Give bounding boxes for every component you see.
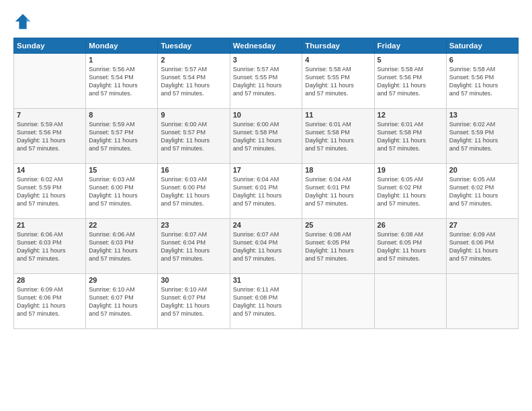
calendar-cell: 18Sunrise: 6:04 AMSunset: 6:01 PMDayligh… (302, 164, 374, 219)
day-number: 17 (233, 166, 300, 174)
day-info: Sunrise: 6:02 AMSunset: 5:59 PMDaylight:… (17, 175, 83, 208)
day-info: Sunrise: 5:59 AMSunset: 5:57 PMDaylight:… (89, 120, 154, 153)
day-number: 28 (17, 276, 83, 284)
day-info: Sunrise: 6:04 AMSunset: 6:01 PMDaylight:… (305, 175, 371, 208)
day-info: Sunrise: 6:06 AMSunset: 6:03 PMDaylight:… (17, 230, 83, 263)
day-number: 13 (449, 111, 515, 119)
calendar-cell: 31Sunrise: 6:11 AMSunset: 6:08 PMDayligh… (230, 274, 302, 329)
calendar-cell: 10Sunrise: 6:00 AMSunset: 5:58 PMDayligh… (230, 109, 302, 164)
day-number: 11 (305, 111, 371, 119)
calendar-cell (14, 54, 86, 109)
day-info: Sunrise: 6:00 AMSunset: 5:58 PMDaylight:… (233, 120, 300, 153)
day-info: Sunrise: 5:57 AMSunset: 5:54 PMDaylight:… (161, 65, 226, 98)
day-number: 4 (305, 56, 371, 64)
week-row-4: 21Sunrise: 6:06 AMSunset: 6:03 PMDayligh… (14, 219, 519, 274)
day-info: Sunrise: 6:09 AMSunset: 6:06 PMDaylight:… (449, 230, 515, 263)
day-info: Sunrise: 6:04 AMSunset: 6:01 PMDaylight:… (233, 175, 300, 208)
day-number: 26 (378, 221, 443, 229)
day-number: 22 (89, 221, 154, 229)
calendar-cell: 25Sunrise: 6:08 AMSunset: 6:05 PMDayligh… (302, 219, 374, 274)
day-number: 19 (378, 166, 443, 174)
week-row-3: 14Sunrise: 6:02 AMSunset: 5:59 PMDayligh… (14, 164, 519, 219)
day-number: 25 (305, 221, 371, 229)
header (13, 12, 519, 31)
day-number: 8 (89, 111, 154, 119)
calendar-cell: 6Sunrise: 5:58 AMSunset: 5:56 PMDaylight… (446, 54, 518, 109)
day-number: 3 (233, 56, 300, 64)
calendar-cell: 5Sunrise: 5:58 AMSunset: 5:56 PMDaylight… (374, 54, 446, 109)
weekday-header-saturday: Saturday (446, 38, 518, 54)
day-info: Sunrise: 5:56 AMSunset: 5:54 PMDaylight:… (89, 65, 154, 98)
calendar-cell: 9Sunrise: 6:00 AMSunset: 5:57 PMDaylight… (158, 109, 230, 164)
day-number: 14 (17, 166, 83, 174)
day-number: 7 (17, 111, 83, 119)
calendar-cell: 13Sunrise: 6:02 AMSunset: 5:59 PMDayligh… (446, 109, 518, 164)
day-number: 21 (17, 221, 83, 229)
calendar-cell: 22Sunrise: 6:06 AMSunset: 6:03 PMDayligh… (86, 219, 158, 274)
calendar-cell: 26Sunrise: 6:08 AMSunset: 6:05 PMDayligh… (374, 219, 446, 274)
calendar-cell: 7Sunrise: 5:59 AMSunset: 5:56 PMDaylight… (14, 109, 86, 164)
calendar-cell: 15Sunrise: 6:03 AMSunset: 6:00 PMDayligh… (86, 164, 158, 219)
day-number: 23 (161, 221, 226, 229)
day-number: 6 (449, 56, 515, 64)
calendar-cell: 21Sunrise: 6:06 AMSunset: 6:03 PMDayligh… (14, 219, 86, 274)
day-info: Sunrise: 6:07 AMSunset: 6:04 PMDaylight:… (161, 230, 226, 263)
day-number: 24 (233, 221, 300, 229)
day-info: Sunrise: 6:08 AMSunset: 6:05 PMDaylight:… (305, 230, 371, 263)
day-info: Sunrise: 5:59 AMSunset: 5:56 PMDaylight:… (17, 120, 83, 153)
day-info: Sunrise: 6:01 AMSunset: 5:58 PMDaylight:… (378, 120, 443, 153)
calendar-cell (302, 274, 374, 329)
weekday-header-sunday: Sunday (14, 38, 86, 54)
day-info: Sunrise: 6:05 AMSunset: 6:02 PMDaylight:… (449, 175, 515, 208)
day-info: Sunrise: 6:03 AMSunset: 6:00 PMDaylight:… (161, 175, 226, 208)
day-info: Sunrise: 5:57 AMSunset: 5:55 PMDaylight:… (233, 65, 300, 98)
day-info: Sunrise: 6:10 AMSunset: 6:07 PMDaylight:… (89, 285, 154, 318)
day-number: 12 (378, 111, 443, 119)
day-number: 29 (89, 276, 154, 284)
calendar-cell: 2Sunrise: 5:57 AMSunset: 5:54 PMDaylight… (158, 54, 230, 109)
day-info: Sunrise: 6:08 AMSunset: 6:05 PMDaylight:… (378, 230, 443, 263)
calendar-cell: 12Sunrise: 6:01 AMSunset: 5:58 PMDayligh… (374, 109, 446, 164)
day-number: 2 (161, 56, 226, 64)
day-number: 20 (449, 166, 515, 174)
day-info: Sunrise: 6:07 AMSunset: 6:04 PMDaylight:… (233, 230, 300, 263)
calendar-cell: 17Sunrise: 6:04 AMSunset: 6:01 PMDayligh… (230, 164, 302, 219)
calendar-cell: 24Sunrise: 6:07 AMSunset: 6:04 PMDayligh… (230, 219, 302, 274)
calendar-cell (374, 274, 446, 329)
day-info: Sunrise: 6:05 AMSunset: 6:02 PMDaylight:… (378, 175, 443, 208)
day-number: 16 (161, 166, 226, 174)
weekday-header-monday: Monday (86, 38, 158, 54)
weekday-header-thursday: Thursday (302, 38, 374, 54)
day-number: 5 (378, 56, 443, 64)
day-number: 27 (449, 221, 515, 229)
weekday-header-row: SundayMondayTuesdayWednesdayThursdayFrid… (14, 38, 519, 54)
calendar-cell (446, 274, 518, 329)
day-number: 18 (305, 166, 371, 174)
calendar-cell: 29Sunrise: 6:10 AMSunset: 6:07 PMDayligh… (86, 274, 158, 329)
calendar-cell: 27Sunrise: 6:09 AMSunset: 6:06 PMDayligh… (446, 219, 518, 274)
week-row-1: 1Sunrise: 5:56 AMSunset: 5:54 PMDaylight… (14, 54, 519, 109)
logo-icon (13, 12, 32, 31)
week-row-2: 7Sunrise: 5:59 AMSunset: 5:56 PMDaylight… (14, 109, 519, 164)
day-info: Sunrise: 6:09 AMSunset: 6:06 PMDaylight:… (17, 285, 83, 318)
weekday-header-friday: Friday (374, 38, 446, 54)
calendar-cell: 30Sunrise: 6:10 AMSunset: 6:07 PMDayligh… (158, 274, 230, 329)
calendar-cell: 19Sunrise: 6:05 AMSunset: 6:02 PMDayligh… (374, 164, 446, 219)
day-info: Sunrise: 5:58 AMSunset: 5:56 PMDaylight:… (449, 65, 515, 98)
day-info: Sunrise: 6:02 AMSunset: 5:59 PMDaylight:… (449, 120, 515, 153)
calendar-cell: 20Sunrise: 6:05 AMSunset: 6:02 PMDayligh… (446, 164, 518, 219)
day-info: Sunrise: 6:00 AMSunset: 5:57 PMDaylight:… (161, 120, 226, 153)
calendar-cell: 1Sunrise: 5:56 AMSunset: 5:54 PMDaylight… (86, 54, 158, 109)
day-info: Sunrise: 6:10 AMSunset: 6:07 PMDaylight:… (161, 285, 226, 318)
day-info: Sunrise: 5:58 AMSunset: 5:56 PMDaylight:… (378, 65, 443, 98)
day-info: Sunrise: 5:58 AMSunset: 5:55 PMDaylight:… (305, 65, 371, 98)
calendar-cell: 28Sunrise: 6:09 AMSunset: 6:06 PMDayligh… (14, 274, 86, 329)
calendar-cell: 3Sunrise: 5:57 AMSunset: 5:55 PMDaylight… (230, 54, 302, 109)
day-info: Sunrise: 6:06 AMSunset: 6:03 PMDaylight:… (89, 230, 154, 263)
day-number: 10 (233, 111, 300, 119)
day-number: 9 (161, 111, 226, 119)
calendar-table: SundayMondayTuesdayWednesdayThursdayFrid… (13, 38, 519, 329)
calendar-cell: 14Sunrise: 6:02 AMSunset: 5:59 PMDayligh… (14, 164, 86, 219)
weekday-header-wednesday: Wednesday (230, 38, 302, 54)
calendar-cell: 11Sunrise: 6:01 AMSunset: 5:58 PMDayligh… (302, 109, 374, 164)
